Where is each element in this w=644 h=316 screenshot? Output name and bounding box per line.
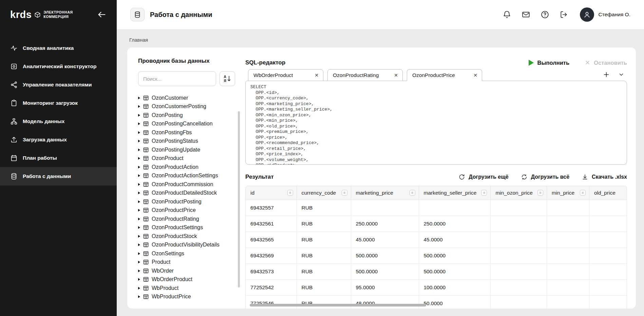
tree-item[interactable]: OzonPostingFbs (138, 128, 235, 137)
tree-item[interactable]: OzonProductPrice (138, 206, 235, 215)
column-menu-icon[interactable]: ≡ (342, 190, 347, 196)
stop-x-icon: ✕ (585, 60, 590, 66)
tree-item[interactable]: OzonPostingCancellation (138, 120, 235, 129)
sidebar-item[interactable]: Мониторинг загрузок (0, 94, 117, 112)
load-more-button[interactable]: Догрузить ещё (458, 174, 508, 180)
mail-icon[interactable] (522, 10, 530, 19)
topbar-right: Стефания О. (503, 7, 630, 22)
tree-item[interactable]: OzonSettings (138, 249, 235, 258)
caret-right-icon[interactable] (138, 200, 140, 203)
tree-scrollbar[interactable] (238, 111, 240, 288)
caret-right-icon[interactable] (138, 97, 140, 99)
add-tab-button[interactable] (603, 71, 610, 78)
tree-item[interactable]: OzonCustomer (138, 94, 235, 102)
tree-item[interactable]: WbOrder (138, 266, 235, 275)
tree-item[interactable]: WbProductPrice (138, 293, 235, 301)
caret-right-icon[interactable] (138, 287, 140, 290)
tree-item[interactable]: OzonProductAction (138, 163, 235, 172)
caret-right-icon[interactable] (138, 140, 140, 142)
tree-item[interactable]: OzonProductPosting (138, 197, 235, 206)
search-input[interactable] (138, 71, 216, 86)
bell-icon[interactable] (503, 10, 511, 19)
tree-item[interactable]: Product (138, 258, 235, 267)
tree-item[interactable]: OzonPostingStatus (138, 137, 235, 146)
caret-right-icon[interactable] (138, 149, 140, 151)
caret-right-icon[interactable] (138, 122, 140, 125)
calendar (10, 154, 18, 162)
cell-min-ozon-price (491, 279, 547, 295)
breadcrumb[interactable]: Главная (129, 37, 636, 43)
table-name: OzonPostingUpdate (152, 147, 200, 153)
tree-item[interactable]: WbOrderProduct (138, 275, 235, 284)
sql-tab[interactable]: OzonProductRating ✕ (327, 69, 403, 81)
logout-icon[interactable] (560, 10, 568, 19)
tree-item[interactable]: OzonCustomerPosting (138, 102, 235, 111)
avatar[interactable] (580, 7, 594, 22)
help-icon[interactable] (541, 10, 549, 19)
caret-right-icon[interactable] (138, 183, 140, 186)
horizontal-scrollbar[interactable] (250, 304, 426, 307)
run-button[interactable]: Выполнить (529, 60, 569, 66)
caret-right-icon[interactable] (138, 235, 140, 238)
column-label: min_ozon_price (495, 190, 532, 196)
sidebar-item[interactable]: Сводная аналитика (0, 39, 117, 57)
caret-right-icon[interactable] (138, 218, 140, 220)
caret-right-icon[interactable] (138, 114, 140, 117)
sidebar-item[interactable]: План работы (0, 149, 117, 167)
tree-item[interactable]: OzonProduct (138, 154, 235, 163)
caret-right-icon[interactable] (138, 243, 140, 246)
caret-right-icon[interactable] (138, 278, 140, 281)
tree-item[interactable]: WbProduct (138, 284, 235, 293)
tabs-dropdown-button[interactable] (618, 72, 624, 78)
tree-item[interactable]: OzonProductRating (138, 215, 235, 223)
cell-marketing-price (351, 200, 419, 216)
close-icon[interactable]: ✕ (312, 73, 319, 78)
caret-right-icon[interactable] (138, 166, 140, 169)
caret-right-icon[interactable] (138, 192, 140, 194)
sidebar-item[interactable]: Управление показателями (0, 76, 117, 94)
table-name: WbProductPrice (152, 294, 191, 300)
column-menu-icon[interactable]: ≡ (537, 190, 543, 196)
table-name: Product (152, 259, 170, 265)
close-icon[interactable]: ✕ (471, 73, 477, 78)
download-xlsx-button[interactable]: Скачать .xlsx (582, 174, 627, 180)
caret-right-icon[interactable] (138, 261, 140, 263)
stop-button[interactable]: ✕ Остановить (585, 60, 627, 66)
sidebar-item[interactable]: Аналитический конструктор (0, 57, 117, 76)
sidebar-item[interactable]: Работа с данными (0, 167, 117, 185)
table-name: OzonPostingFbs (152, 130, 192, 136)
column-menu-icon[interactable]: ≡ (287, 190, 293, 196)
tree-item[interactable]: OzonProductDetailedStock (138, 189, 235, 198)
cell-marketing-price: 500.0000 (351, 263, 419, 279)
tree-item[interactable]: OzonProductVisibilityDetails (138, 241, 235, 250)
caret-right-icon[interactable] (138, 252, 140, 255)
sidebar-item[interactable]: Загрузка данных (0, 131, 117, 149)
caret-right-icon[interactable] (138, 105, 140, 108)
caret-right-icon[interactable] (138, 157, 140, 160)
sort-button[interactable] (220, 71, 235, 86)
tree-item[interactable]: OzonPosting (138, 111, 235, 120)
caret-right-icon[interactable] (138, 131, 140, 134)
sidebar-item[interactable]: Модель данных (0, 112, 117, 131)
close-icon[interactable]: ✕ (391, 73, 398, 78)
tree-item[interactable]: OzonPostingUpdate (138, 145, 235, 154)
caret-right-icon[interactable] (138, 209, 140, 212)
caret-right-icon[interactable] (138, 226, 140, 229)
column-menu-icon[interactable]: ≡ (410, 190, 415, 196)
tree-item[interactable]: OzonProductActionSettings (138, 172, 235, 180)
column-menu-icon[interactable]: ≡ (580, 190, 586, 196)
sidebar-collapse-button[interactable] (96, 9, 107, 20)
tree-item[interactable]: OzonProductSettings (138, 223, 235, 232)
caret-right-icon[interactable] (138, 270, 140, 272)
sql-code-editor[interactable]: SELECT OPP.<id>, OPP.<currency_code>, OP… (245, 81, 627, 165)
tree-item[interactable]: OzonProductStock (138, 232, 235, 241)
sql-tab[interactable]: OzonProductPrice ✕ (407, 69, 482, 81)
sql-tab[interactable]: WbOrderProduct ✕ (248, 69, 323, 81)
column-menu-icon[interactable]: ≡ (481, 190, 487, 196)
caret-right-icon[interactable] (138, 174, 140, 177)
table-name: OzonPostingStatus (152, 138, 198, 144)
load-all-button[interactable]: Догрузить всё (521, 174, 569, 180)
caret-right-icon[interactable] (138, 295, 140, 298)
column-header: min_ozon_price ≡ (491, 186, 547, 200)
tree-item[interactable]: OzonProductCommission (138, 180, 235, 189)
